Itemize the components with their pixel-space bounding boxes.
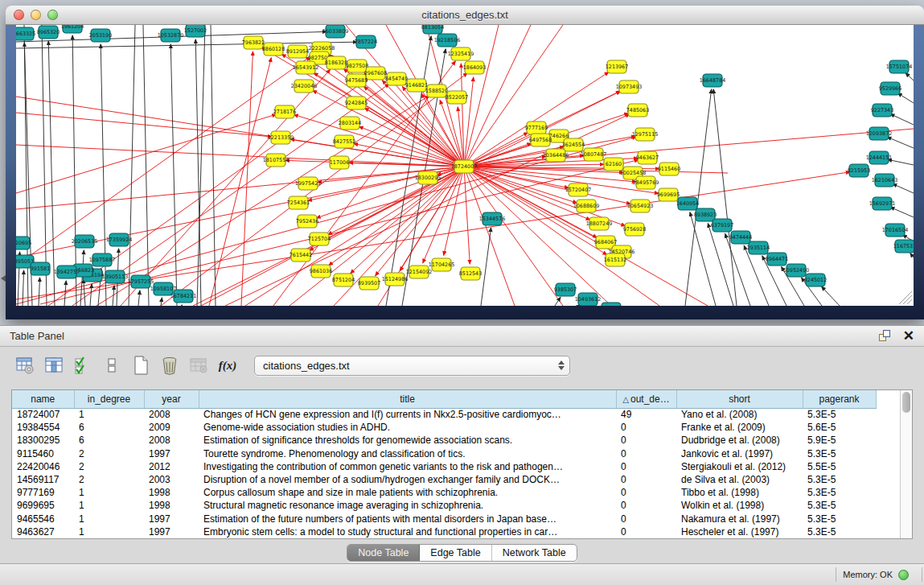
column-header[interactable]: in_degree — [74, 390, 144, 408]
svg-text:9699695: 9699695 — [657, 192, 680, 198]
table-row[interactable]: 1456911722003Disruption of a novel membe… — [12, 473, 876, 486]
column-header[interactable]: name — [12, 390, 74, 408]
svg-text:13905113: 13905113 — [102, 274, 129, 280]
function-builder-icon[interactable]: f(x) — [216, 353, 240, 377]
table-row[interactable]: 977716911998Corpus callosum shape and si… — [12, 486, 876, 499]
svg-text:6379197: 6379197 — [711, 222, 733, 229]
svg-text:9684067: 9684067 — [594, 239, 617, 245]
column-header[interactable]: year — [144, 390, 199, 408]
svg-text:10952490: 10952490 — [783, 267, 810, 274]
memory-ok-icon — [898, 570, 909, 580]
node-table[interactable]: namein_degreeyeartitle△out_de…shortpager… — [12, 390, 877, 538]
canvas-resize-grip[interactable] — [907, 299, 912, 304]
tab-network-table[interactable]: Network Table — [492, 545, 577, 561]
svg-text:15751074: 15751074 — [886, 64, 913, 70]
column-header[interactable]: pagerank — [803, 390, 876, 408]
tab-edge-table[interactable]: Edge Table — [420, 545, 491, 561]
svg-text:8751204: 8751204 — [332, 277, 355, 283]
svg-text:9756928: 9756928 — [623, 226, 646, 233]
delete-table-icon[interactable] — [158, 353, 182, 377]
table-panel-title: Table Panel — [10, 330, 64, 342]
svg-text:18300295: 18300295 — [415, 175, 441, 181]
attribute-table: namein_degreeyeartitle△out_de…shortpager… — [11, 389, 913, 539]
svg-text:1663325: 1663325 — [16, 31, 35, 37]
svg-text:12975115: 12975115 — [632, 131, 659, 138]
svg-text:9385307: 9385307 — [554, 286, 577, 293]
svg-text:28495769: 28495769 — [633, 179, 659, 186]
new-table-icon[interactable] — [129, 353, 153, 377]
network-graph[interactable]: 1872400779638228860128891295422226058982… — [16, 25, 914, 306]
network-canvas[interactable]: 1872400779638228860128891295422226058982… — [16, 25, 914, 306]
close-panel-icon[interactable]: ✕ — [903, 329, 914, 343]
network-window-frame: 1872400779638228860128891295422226058982… — [6, 25, 924, 319]
minimize-window-icon[interactable] — [31, 10, 41, 20]
svg-text:8860128: 8860128 — [262, 46, 285, 52]
canvas-resize-grip[interactable] — [903, 295, 912, 304]
svg-text:16543912: 16543912 — [293, 64, 319, 71]
svg-text:8522057: 8522057 — [446, 94, 468, 101]
svg-text:17016504: 17016504 — [882, 227, 909, 233]
table-row[interactable]: 946554611997Estimation of the future num… — [12, 513, 876, 525]
table-scrollbar[interactable] — [900, 390, 912, 538]
svg-text:2053190: 2053190 — [89, 32, 112, 39]
table-panel-header: Table Panel ✕ — [0, 325, 924, 347]
scrollbar-thumb[interactable] — [902, 392, 910, 413]
window-title: citations_edges.txt — [6, 9, 924, 21]
svg-text:8186328: 8186328 — [325, 60, 347, 66]
svg-text:1527002: 1527002 — [184, 27, 207, 34]
svg-text:2967608: 2967608 — [364, 70, 387, 76]
select-rows-icon[interactable] — [71, 353, 95, 377]
column-header[interactable]: short — [676, 390, 803, 408]
svg-text:9475685: 9475685 — [345, 77, 368, 84]
svg-text:1961204: 1961204 — [61, 25, 84, 30]
table-selector-dropdown[interactable]: citations_edges.txt — [254, 356, 570, 376]
svg-text:18807249: 18807249 — [586, 220, 613, 227]
table-row[interactable]: 2242004622012Investigating the contribut… — [12, 460, 876, 473]
svg-text:391581: 391581 — [31, 266, 50, 272]
traffic-lights — [14, 10, 58, 20]
zoom-window-icon[interactable] — [47, 10, 58, 20]
svg-text:7615442: 7615442 — [290, 252, 312, 258]
svg-text:2803144: 2803144 — [339, 120, 361, 126]
close-window-icon[interactable] — [14, 10, 24, 20]
table-selector-value: citations_edges.txt — [263, 360, 558, 372]
network-window-titlebar[interactable]: citations_edges.txt — [6, 6, 924, 25]
svg-text:9474444: 9474444 — [729, 234, 752, 241]
svg-text:8215953: 8215953 — [848, 167, 870, 174]
column-header[interactable]: title — [199, 390, 616, 408]
svg-text:6497568: 6497568 — [529, 137, 552, 143]
float-panel-icon[interactable] — [879, 330, 892, 343]
svg-text:7485063: 7485063 — [626, 107, 649, 113]
svg-text:117006: 117006 — [330, 159, 349, 166]
svg-text:7254361: 7254361 — [287, 200, 310, 206]
svg-text:8813054: 8813054 — [421, 25, 444, 31]
dropdown-stepper-icon — [558, 360, 565, 370]
svg-text:8454749: 8454749 — [385, 76, 408, 82]
table-row[interactable]: 946362711997Embryonic stem cells: a mode… — [12, 525, 876, 538]
table-row[interactable]: 911546021997Tourette syndrome. Phenomeno… — [12, 447, 876, 460]
table-settings-icon[interactable] — [13, 353, 37, 377]
svg-text:10025458: 10025458 — [620, 170, 647, 176]
tab-node-table[interactable]: Node Table — [347, 545, 420, 561]
svg-text:9861036: 9861036 — [310, 268, 332, 274]
svg-text:7125704: 7125704 — [308, 236, 331, 242]
svg-text:12093872: 12093872 — [866, 130, 893, 137]
svg-text:7857224: 7857224 — [355, 39, 377, 45]
table-row[interactable]: 969969511998Structural magnetic resonanc… — [12, 499, 876, 512]
svg-text:10807487: 10807487 — [581, 151, 607, 158]
stacked-squares-icon[interactable] — [100, 353, 124, 377]
svg-text:17957255: 17957255 — [128, 278, 154, 285]
svg-text:23420046: 23420046 — [291, 83, 318, 89]
table-column-icon[interactable] — [42, 353, 66, 377]
column-header[interactable]: △out_de… — [616, 390, 676, 408]
table-row[interactable]: 1938455462009Genome-wide association stu… — [12, 421, 876, 434]
table-row[interactable]: 1830029562008Estimation of significance … — [12, 434, 876, 447]
table-row[interactable]: 1872400712008Changes of HCN gene express… — [12, 408, 876, 421]
table-panel: Table Panel ✕ f(x) citations_edges.txt — [0, 325, 924, 563]
svg-text:12444151: 12444151 — [866, 154, 893, 161]
svg-text:10532870: 10532870 — [158, 32, 184, 39]
panel-collapse-arrow-icon[interactable] — [1, 275, 6, 282]
svg-text:2718176: 2718176 — [273, 109, 296, 115]
svg-text:20206535: 20206535 — [72, 238, 98, 245]
svg-text:16210643: 16210643 — [872, 177, 898, 183]
